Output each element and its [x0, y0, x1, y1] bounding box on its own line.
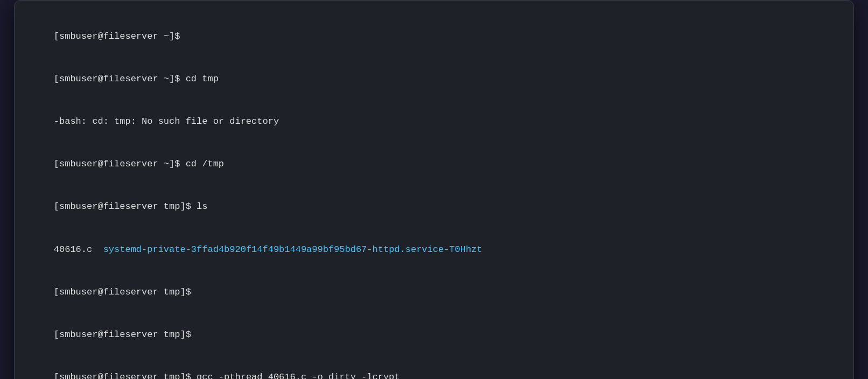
- prompt-text: [smbuser@fileserver tmp]$: [54, 287, 191, 297]
- prompt-text: [smbuser@fileserver ~]$: [54, 159, 180, 169]
- terminal-line: -bash: cd: tmp: No such file or director…: [32, 101, 836, 143]
- prompt-text: [smbuser@fileserver tmp]$: [54, 329, 191, 340]
- terminal-line: [smbuser@fileserver tmp]$: [32, 271, 836, 313]
- terminal-line: [smbuser@fileserver tmp]$ gcc -pthread 4…: [32, 356, 836, 379]
- terminal-line: [smbuser@fileserver tmp]$ ls: [32, 186, 836, 228]
- error-text: -bash: cd: tmp: No such file or director…: [54, 116, 279, 127]
- terminal-line: [smbuser@fileserver ~]$: [32, 16, 836, 58]
- prompt-text: [smbuser@fileserver ~]$: [54, 74, 180, 84]
- filename-plain: 40616.c: [54, 244, 103, 255]
- prompt-text: [smbuser@fileserver tmp]$: [54, 201, 191, 212]
- command-text: gcc -pthread 40616.c -o dirty -lcrypt: [191, 372, 400, 379]
- prompt-text: [smbuser@fileserver tmp]$: [54, 372, 191, 379]
- command-text: cd /tmp: [180, 159, 224, 169]
- terminal-line: [smbuser@fileserver tmp]$: [32, 313, 836, 356]
- terminal-line: [smbuser@fileserver ~]$ cd tmp: [32, 58, 836, 101]
- filename-link: systemd-private-3ffad4b920f14f49b1449a99…: [103, 244, 482, 255]
- command-text: ls: [191, 201, 208, 212]
- command-text: cd tmp: [180, 74, 218, 84]
- terminal-line: [smbuser@fileserver ~]$ cd /tmp: [32, 143, 836, 186]
- ls-output: 40616.c systemd-private-3ffad4b920f14f49…: [32, 228, 836, 271]
- terminal-window: [smbuser@fileserver ~]$ [smbuser@fileser…: [14, 0, 854, 379]
- prompt-text: [smbuser@fileserver ~]$: [54, 31, 180, 41]
